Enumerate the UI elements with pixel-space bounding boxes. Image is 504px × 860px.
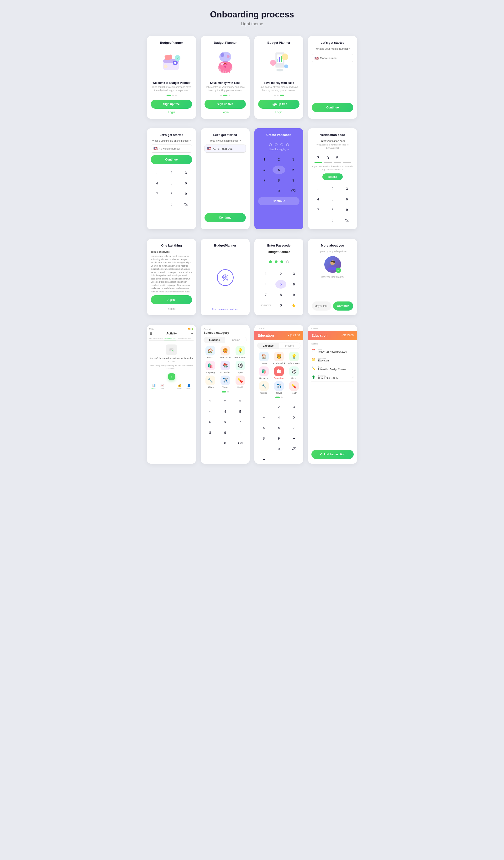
enum-6[interactable]: 6	[288, 280, 299, 289]
pnum-4[interactable]: 4	[258, 166, 271, 174]
num-1-1[interactable]: 1	[151, 168, 163, 177]
eanum-back[interactable]: ←	[257, 413, 270, 422]
anum-back[interactable]: ←	[204, 407, 217, 416]
vnum-2[interactable]: 2	[326, 184, 339, 193]
signup-btn-3[interactable]: Sign up free	[258, 100, 299, 109]
continue-profile-btn[interactable]: Continue	[333, 301, 353, 311]
vnum-1[interactable]: 1	[312, 184, 324, 193]
login-btn-1[interactable]: Login	[168, 111, 175, 114]
pnum-del[interactable]: ⌫	[287, 187, 299, 195]
edu-cat-utilities[interactable]: 🔧 Utilities	[257, 381, 270, 394]
verify-digit-4[interactable]	[343, 154, 351, 163]
anum-4[interactable]: 4	[219, 407, 232, 416]
enum-5-active[interactable]: 5	[276, 280, 286, 289]
pnum-6[interactable]: 6	[287, 166, 299, 174]
anum-7[interactable]: 7	[234, 418, 247, 427]
tab-jan[interactable]: JANUARY 2019	[164, 337, 176, 340]
edu-income-tab[interactable]: Income	[279, 343, 300, 348]
anum-2[interactable]: 2	[219, 397, 232, 405]
phone-field-2[interactable]	[163, 147, 196, 150]
eanum-5[interactable]: 5	[287, 413, 300, 422]
signup-btn-2[interactable]: Sign up free	[205, 100, 246, 109]
cat-shopping[interactable]: 🛍️ Shopping	[204, 361, 217, 374]
nav-account[interactable]: 👤 Account	[186, 384, 191, 389]
login-btn-3[interactable]: Login	[276, 111, 282, 114]
continue-btn-passcode[interactable]: Continue	[258, 197, 299, 205]
tab-dec[interactable]: DECEMBER 2019	[149, 337, 163, 340]
num-1-9[interactable]: 9	[180, 189, 192, 198]
eanum-4[interactable]: 4	[272, 413, 285, 422]
pnum-9[interactable]: 9	[287, 176, 299, 185]
cat-health[interactable]: 💊 Health	[234, 375, 247, 388]
anum-3[interactable]: 3	[234, 397, 247, 405]
nav-activity[interactable]: 📊 Activity	[151, 384, 156, 389]
maybe-later-btn[interactable]: Maybe later	[312, 301, 331, 311]
expense-tab[interactable]: Expense	[204, 337, 225, 343]
cat-food[interactable]: 🍔 Food & Drink	[219, 346, 232, 359]
continue-btn-phone1[interactable]: Continue	[312, 103, 353, 112]
income-tab[interactable]: Income	[225, 337, 247, 343]
vnum-0[interactable]: 0	[326, 216, 339, 225]
cat-bills[interactable]: 💡 Bills & Fees	[234, 346, 247, 359]
eanum-3[interactable]: 3	[287, 403, 300, 411]
pnum-0[interactable]: 0	[272, 187, 285, 195]
anum-del-2[interactable]: ⌫	[234, 439, 247, 447]
edu-cat-house[interactable]: 🏠 House	[257, 352, 270, 364]
currency-content[interactable]: Currency United States Dollar ▾	[318, 375, 354, 379]
vnum-9[interactable]: 9	[341, 205, 353, 214]
cat-house[interactable]: 🏠 House	[204, 346, 217, 359]
enum-9[interactable]: 9	[288, 290, 299, 299]
edu-cat-food[interactable]: 🍔 Food & Drink	[272, 352, 285, 364]
eanum-2[interactable]: 2	[272, 403, 285, 411]
vnum-del[interactable]: ⌫	[341, 216, 353, 225]
anum-minus[interactable]: −	[204, 449, 217, 458]
pnum-8[interactable]: 8	[272, 176, 285, 185]
tab-feb[interactable]: FEBRUARY 2019	[178, 337, 191, 340]
anum-9[interactable]: 9	[219, 428, 232, 437]
eanum-0[interactable]: 0	[272, 445, 285, 453]
cancel-label-cat[interactable]: Cancel	[204, 328, 211, 331]
eanum-del[interactable]: ⌫	[287, 445, 300, 453]
agree-btn[interactable]: Agree	[151, 295, 192, 304]
eanum-9[interactable]: 9	[272, 434, 285, 443]
edu-expense-tab[interactable]: Expense	[257, 343, 279, 348]
login-btn-2[interactable]: Login	[222, 111, 228, 114]
enum-8[interactable]: 8	[276, 290, 286, 299]
pnum-7[interactable]: 7	[258, 176, 271, 185]
anum-8[interactable]: 8	[204, 428, 217, 437]
vnum-8[interactable]: 8	[326, 205, 339, 214]
eanum-7[interactable]: 7	[287, 424, 300, 432]
continue-btn-n1[interactable]: Continue	[151, 155, 192, 164]
signup-btn-1[interactable]: Sign up free	[151, 100, 192, 109]
vnum-4[interactable]: 4	[312, 195, 324, 203]
cat-travel[interactable]: ✈️ Travel	[219, 375, 232, 388]
num-1-2[interactable]: 2	[165, 168, 178, 177]
eanum-8[interactable]: 8	[257, 434, 270, 443]
pnum-5-active[interactable]: 5	[272, 166, 285, 174]
phone-input-wrap-2[interactable]: 🇺🇸 +1	[151, 145, 192, 153]
num-1-del[interactable]: ⌫	[180, 200, 192, 209]
enum-1[interactable]: 1	[258, 270, 273, 278]
cat-utilities[interactable]: 🔧 Utilities	[204, 375, 217, 388]
continue-btn-filled[interactable]: Continue	[205, 213, 246, 222]
num-1-3[interactable]: 3	[180, 168, 192, 177]
enum-fp[interactable]: 👆	[288, 301, 299, 310]
pnum-1[interactable]: 1	[258, 155, 271, 163]
vnum-6[interactable]: 6	[341, 195, 353, 203]
enum-3[interactable]: 3	[288, 270, 299, 278]
anum-0-2[interactable]: 0	[219, 439, 232, 447]
cat-edu[interactable]: 📚 Education	[219, 361, 232, 374]
cat-sport[interactable]: ⚽ Sport	[234, 361, 247, 374]
anum-6[interactable]: 6	[204, 418, 217, 427]
enum-2[interactable]: 2	[276, 270, 286, 278]
resend-btn[interactable]: Resend	[322, 173, 343, 180]
edu-cat-selected[interactable]: 📚 Education	[272, 367, 285, 379]
num-1-0[interactable]: 0	[165, 200, 178, 209]
nav-stats[interactable]: 📈 Stats	[160, 384, 164, 389]
phone-field-1[interactable]	[320, 57, 353, 59]
eanum-1[interactable]: 1	[257, 403, 270, 411]
anum-5[interactable]: 5	[234, 407, 247, 416]
forgot-btn[interactable]: FORGOT?	[258, 301, 273, 310]
vnum-3[interactable]: 3	[341, 184, 353, 193]
num-1-7[interactable]: 7	[151, 189, 163, 198]
